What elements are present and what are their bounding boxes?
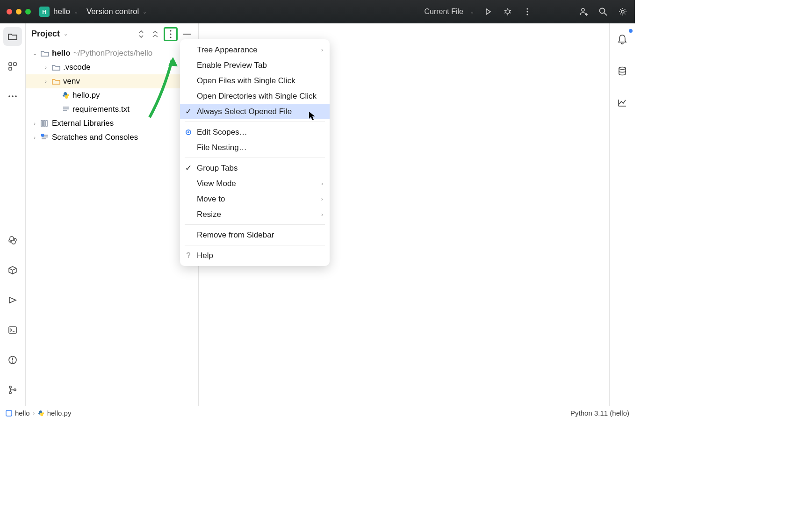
python-console-tool-button[interactable] <box>3 231 22 250</box>
tree-item-label: .vscode <box>63 63 91 72</box>
chevron-right-icon: › <box>321 196 323 202</box>
notifications-tool-button[interactable] <box>613 30 632 49</box>
chevron-right-icon: › <box>321 180 323 187</box>
project-tool-button[interactable] <box>3 27 22 46</box>
menu-separator <box>185 122 325 122</box>
text-file-icon <box>62 106 70 113</box>
settings-button[interactable] <box>617 6 628 17</box>
chevron-right-icon: › <box>321 211 323 218</box>
more-tools-button[interactable] <box>3 87 22 106</box>
svg-point-8 <box>526 11 528 12</box>
chevron-right-icon[interactable]: › <box>31 135 38 140</box>
version-control-label: Version control <box>86 7 139 16</box>
menu-item-help[interactable]: ? Help <box>180 248 330 263</box>
interpreter-selector[interactable]: Python 3.11 (hello) <box>570 409 629 417</box>
menu-item-move-to[interactable]: Move to › <box>180 191 330 207</box>
packages-tool-button[interactable] <box>3 261 22 280</box>
chevron-down-icon: ⌄ <box>143 9 147 15</box>
menu-separator <box>185 224 325 225</box>
more-actions-button[interactable] <box>522 6 533 17</box>
left-tool-rail <box>0 23 26 406</box>
tree-item-venv[interactable]: › venv <box>26 74 198 88</box>
project-panel-title: Project <box>31 29 60 39</box>
svg-point-10 <box>582 8 584 11</box>
window-controls <box>7 9 31 14</box>
menu-item-group-tabs[interactable]: ✓ Group Tabs <box>180 160 330 176</box>
run-button[interactable] <box>482 6 494 17</box>
svg-rect-38 <box>46 121 47 126</box>
project-selector[interactable]: H hello ⌄ <box>39 7 78 17</box>
menu-item-edit-scopes[interactable]: Edit Scopes… <box>180 124 330 140</box>
project-root-item[interactable]: ⌄ hello ~/PythonProjects/hello <box>26 46 198 60</box>
status-bar: hello › hello.py Python 3.11 (hello) <box>0 406 635 420</box>
menu-item-enable-preview-tab[interactable]: Enable Preview Tab <box>180 58 330 73</box>
svg-point-21 <box>15 95 17 97</box>
folder-icon <box>52 78 60 85</box>
window-maximize-button[interactable] <box>25 9 31 14</box>
chevron-right-icon[interactable]: › <box>31 121 38 126</box>
menu-separator <box>185 245 325 245</box>
sciview-tool-button[interactable] <box>613 93 632 112</box>
problems-tool-button[interactable] <box>3 351 22 369</box>
tree-item-external-libraries[interactable]: › External Libraries <box>26 116 198 130</box>
select-opened-file-button[interactable] <box>136 29 147 40</box>
tree-item-label: requirements.txt <box>72 105 130 114</box>
module-icon <box>6 410 12 417</box>
svg-point-0 <box>506 10 510 14</box>
menu-item-always-select-opened[interactable]: ✓ Always Select Opened File <box>180 104 330 119</box>
breadcrumb-project: hello <box>15 409 30 417</box>
code-with-me-button[interactable] <box>578 6 589 17</box>
svg-point-20 <box>12 95 14 97</box>
tree-item-scratches[interactable]: › Scratches and Consoles <box>26 130 198 144</box>
run-config-selector[interactable]: Current File ⌄ <box>424 7 474 16</box>
search-button[interactable] <box>597 6 609 17</box>
menu-item-remove-from-sidebar[interactable]: Remove from Sidebar <box>180 227 330 243</box>
git-tool-button[interactable] <box>3 381 22 399</box>
window-close-button[interactable] <box>7 9 12 14</box>
menu-item-open-dirs-single[interactable]: Open Directories with Single Click <box>180 88 330 104</box>
folder-icon <box>52 64 60 71</box>
services-tool-button[interactable] <box>3 291 22 309</box>
chevron-right-icon[interactable]: › <box>43 79 49 84</box>
breadcrumb[interactable]: hello › hello.py <box>6 409 71 417</box>
project-root-name: hello <box>52 49 71 58</box>
window-minimize-button[interactable] <box>16 9 22 14</box>
chevron-down-icon[interactable]: ⌄ <box>31 50 38 57</box>
structure-tool-button[interactable] <box>3 57 22 76</box>
project-options-menu: Tree Appearance › Enable Preview Tab Ope… <box>180 39 330 266</box>
project-tree: ⌄ hello ~/PythonProjects/hello › .vscode… <box>26 44 198 146</box>
database-tool-button[interactable] <box>613 62 632 80</box>
python-file-icon <box>38 410 44 417</box>
svg-rect-17 <box>14 63 16 65</box>
terminal-tool-button[interactable] <box>3 321 22 339</box>
svg-point-27 <box>9 392 11 394</box>
scratches-icon <box>41 134 49 141</box>
debug-button[interactable] <box>502 6 513 17</box>
svg-line-14 <box>604 13 607 16</box>
radio-icon <box>185 129 192 136</box>
tree-item-hello-py[interactable]: hello.py <box>26 88 198 102</box>
tree-item-label: hello.py <box>72 91 100 100</box>
notification-dot-icon <box>629 29 633 33</box>
svg-point-29 <box>170 30 171 31</box>
project-panel-options-button[interactable] <box>164 27 178 41</box>
chevron-right-icon[interactable]: › <box>43 65 49 70</box>
version-control-dropdown[interactable]: Version control ⌄ <box>86 7 147 16</box>
svg-point-28 <box>14 389 16 391</box>
chevron-down-icon[interactable]: ⌄ <box>64 31 68 37</box>
svg-point-42 <box>41 134 44 137</box>
svg-rect-36 <box>41 121 43 126</box>
hide-panel-button[interactable] <box>181 29 193 40</box>
menu-separator <box>185 158 325 158</box>
menu-item-view-mode[interactable]: View Mode › <box>180 176 330 191</box>
tree-item-label: Scratches and Consoles <box>52 133 138 142</box>
menu-item-tree-appearance[interactable]: Tree Appearance › <box>180 42 330 58</box>
collapse-all-button[interactable] <box>150 29 161 40</box>
svg-rect-16 <box>9 63 12 65</box>
titlebar: H hello ⌄ Version control ⌄ Current File… <box>0 0 635 23</box>
tree-item-requirements[interactable]: requirements.txt <box>26 102 198 116</box>
menu-item-open-files-single[interactable]: Open Files with Single Click <box>180 73 330 88</box>
menu-item-resize[interactable]: Resize › <box>180 207 330 222</box>
menu-item-file-nesting[interactable]: File Nesting… <box>180 140 330 155</box>
tree-item-vscode[interactable]: › .vscode <box>26 60 198 74</box>
